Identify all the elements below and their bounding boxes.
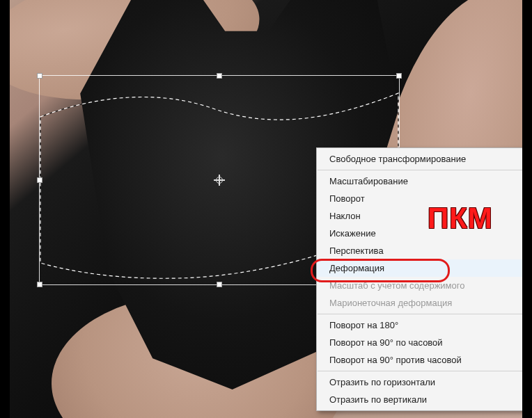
menu-item-rotate-90-ccw[interactable]: Поворот на 90° против часовой bbox=[317, 351, 522, 369]
menu-item-rotate-90-cw[interactable]: Поворот на 90° по часовой bbox=[317, 334, 522, 351]
transform-context-menu: Свободное трансформирование Масштабирова… bbox=[316, 147, 522, 411]
transform-handle-top-middle[interactable] bbox=[217, 73, 222, 79]
transform-handle-top-right[interactable] bbox=[396, 73, 402, 79]
transform-handle-bottom-left[interactable] bbox=[37, 282, 42, 287]
annotation-label: ПКМ bbox=[428, 202, 493, 235]
menu-item-puppet-warp: Марионеточная деформация bbox=[317, 294, 522, 312]
menu-item-flip-vertical[interactable]: Отразить по вертикали bbox=[317, 391, 522, 408]
menu-item-warp[interactable]: Деформация bbox=[317, 259, 522, 277]
menu-item-content-aware-scale: Масштаб с учетом содержимого bbox=[317, 277, 522, 294]
transform-handle-top-left[interactable] bbox=[37, 73, 42, 79]
transform-handle-middle-left[interactable] bbox=[37, 177, 42, 183]
menu-separator bbox=[318, 170, 522, 170]
menu-item-scale[interactable]: Масштабирование bbox=[317, 172, 522, 190]
menu-separator bbox=[318, 314, 522, 314]
menu-separator bbox=[318, 371, 522, 371]
menu-item-rotate-180[interactable]: Поворот на 180° bbox=[317, 316, 522, 334]
menu-item-free-transform[interactable]: Свободное трансформирование bbox=[317, 150, 522, 168]
menu-item-flip-horizontal[interactable]: Отразить по горизонтали bbox=[317, 373, 522, 391]
image-canvas[interactable]: Свободное трансформирование Масштабирова… bbox=[10, 0, 522, 418]
menu-item-perspective[interactable]: Перспектива bbox=[317, 242, 522, 259]
transform-handle-bottom-middle[interactable] bbox=[217, 282, 222, 287]
